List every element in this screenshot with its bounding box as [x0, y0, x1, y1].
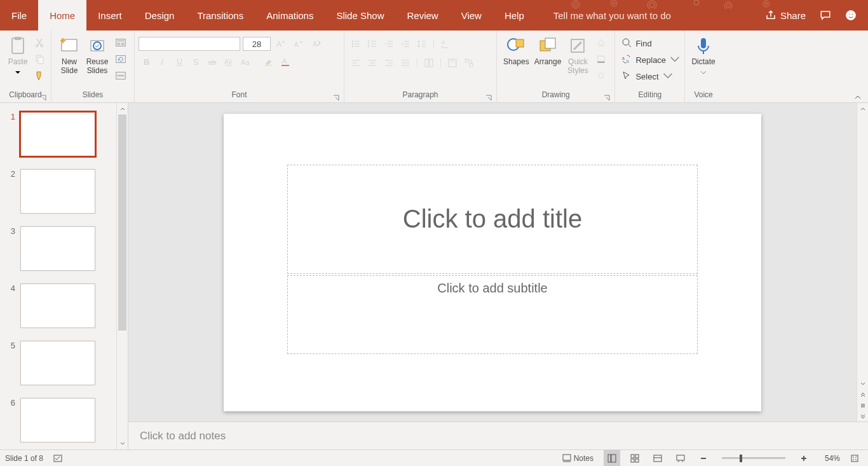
title-placeholder[interactable]: Click to add title — [287, 165, 698, 274]
next-slide-button[interactable] — [857, 411, 868, 420]
drawing-launcher[interactable] — [603, 94, 611, 102]
share-button[interactable]: Share — [765, 10, 806, 21]
fit-to-window-button[interactable] — [846, 450, 863, 467]
comments-icon[interactable] — [820, 10, 831, 21]
editor-scrollbar[interactable] — [857, 103, 868, 421]
tab-review[interactable]: Review — [395, 0, 449, 31]
paragraph-launcher[interactable] — [485, 94, 492, 102]
section-button[interactable] — [111, 69, 130, 83]
prev-slide-button[interactable] — [857, 391, 868, 400]
align-left-button[interactable] — [348, 56, 363, 70]
canvas-wrap[interactable]: Click to add title Click to add subtitle — [128, 103, 857, 421]
svg-rect-82 — [430, 59, 433, 67]
copy-button[interactable] — [32, 52, 47, 66]
numbering-button[interactable] — [365, 37, 380, 51]
scroll-down-icon[interactable] — [117, 438, 128, 449]
slide-sorter-view-button[interactable] — [627, 450, 643, 467]
scroll-down-icon[interactable] — [857, 378, 868, 390]
tab-design[interactable]: Design — [133, 0, 186, 31]
tab-view[interactable]: View — [450, 0, 493, 31]
tab-transitions[interactable]: Transitions — [186, 0, 255, 31]
tab-insert[interactable]: Insert — [86, 0, 133, 31]
shadow-button[interactable]: S — [188, 55, 203, 69]
font-launcher[interactable] — [332, 94, 340, 102]
new-slide-button[interactable]: New Slide — [55, 33, 83, 75]
justify-button[interactable] — [398, 56, 413, 70]
reset-button[interactable] — [111, 52, 130, 66]
underline-button[interactable]: U — [172, 55, 187, 69]
reading-view-button[interactable] — [649, 450, 666, 467]
select-button[interactable]: Select — [619, 69, 670, 84]
highlight-button[interactable] — [261, 55, 276, 69]
decrease-indent-button[interactable] — [381, 37, 397, 51]
layout-button[interactable] — [111, 36, 130, 50]
columns-button[interactable] — [421, 56, 437, 70]
char-spacing-button[interactable]: AV — [221, 55, 236, 69]
subtitle-placeholder[interactable]: Click to add subtitle — [287, 275, 698, 354]
slide-thumbnail-list: 123456 — [0, 103, 116, 449]
line-spacing-button[interactable] — [414, 37, 430, 51]
arrange-button[interactable]: Arrange — [532, 33, 564, 66]
shape-fill-button[interactable] — [592, 36, 611, 50]
font-name-input[interactable] — [139, 37, 240, 51]
zoom-in-button[interactable] — [796, 450, 812, 467]
spellcheck-status[interactable] — [50, 450, 66, 467]
increase-font-button[interactable]: A — [273, 37, 288, 51]
text-direction-button[interactable]: A — [438, 37, 453, 51]
account-icon[interactable] — [845, 10, 857, 21]
slide-panel-scrollbar[interactable] — [116, 103, 128, 449]
nav-menu-button[interactable] — [857, 401, 868, 410]
zoom-percentage[interactable]: 54% — [818, 454, 840, 463]
font-size-input[interactable] — [243, 37, 271, 51]
tab-slideshow[interactable]: Slide Show — [325, 0, 395, 31]
find-button[interactable]: Find — [619, 36, 654, 51]
clipboard-launcher[interactable] — [39, 94, 47, 102]
tab-help[interactable]: Help — [493, 0, 536, 31]
reuse-slides-button[interactable]: Reuse Slides — [83, 33, 111, 75]
shapes-button[interactable]: Shapes — [501, 33, 532, 66]
tab-file[interactable]: File — [0, 0, 38, 31]
scroll-thumb[interactable] — [118, 114, 126, 331]
font-color-button[interactable]: A — [278, 55, 293, 69]
slide-thumbnail-5[interactable]: 5 — [6, 341, 116, 385]
cut-button[interactable] — [32, 36, 47, 50]
zoom-out-button[interactable] — [695, 450, 712, 467]
italic-button[interactable]: I — [155, 55, 170, 69]
slide-number: 4 — [6, 284, 15, 293]
slide-thumbnail-1[interactable]: 1 — [6, 112, 116, 156]
align-center-button[interactable] — [365, 56, 380, 70]
increase-indent-button[interactable] — [398, 37, 413, 51]
slide-thumbnail-3[interactable]: 3 — [6, 226, 116, 271]
align-text-button[interactable] — [445, 56, 460, 70]
notes-toggle[interactable]: Notes — [559, 450, 597, 467]
slide-canvas[interactable]: Click to add title Click to add subtitle — [224, 114, 761, 411]
slide-thumbnail-4[interactable]: 4 — [6, 284, 116, 328]
strike-button[interactable]: ab — [205, 55, 220, 69]
paste-button[interactable]: Paste — [4, 33, 32, 71]
normal-view-button[interactable] — [604, 450, 620, 467]
slide-thumbnail-2[interactable]: 2 — [6, 169, 116, 214]
zoom-slider[interactable] — [722, 457, 785, 459]
scroll-up-icon[interactable] — [857, 103, 868, 114]
zoom-slider-knob[interactable] — [740, 455, 742, 462]
replace-button[interactable]: ab Replace — [619, 52, 677, 67]
format-painter-button[interactable] — [32, 69, 47, 83]
dictate-button[interactable]: Dictate — [689, 33, 717, 71]
shape-outline-button[interactable] — [592, 52, 611, 66]
scroll-up-icon[interactable] — [117, 103, 128, 114]
change-case-button[interactable]: Aa — [238, 55, 253, 69]
slideshow-view-button[interactable] — [672, 450, 689, 467]
align-right-button[interactable] — [381, 56, 397, 70]
decrease-font-button[interactable]: A — [291, 37, 306, 51]
tab-home[interactable]: Home — [38, 0, 86, 31]
bullets-button[interactable] — [348, 37, 363, 51]
clear-formatting-button[interactable]: A — [309, 37, 324, 51]
smartart-button[interactable] — [461, 56, 477, 70]
bold-button[interactable]: B — [139, 55, 154, 69]
slide-thumbnail-6[interactable]: 6 — [6, 398, 116, 442]
quick-styles-button[interactable]: Quick Styles — [564, 33, 592, 75]
shape-effects-button[interactable] — [592, 69, 611, 83]
collapse-ribbon-button[interactable] — [853, 92, 863, 102]
tab-animations[interactable]: Animations — [255, 0, 325, 31]
notes-pane[interactable]: Click to add notes — [128, 421, 868, 449]
